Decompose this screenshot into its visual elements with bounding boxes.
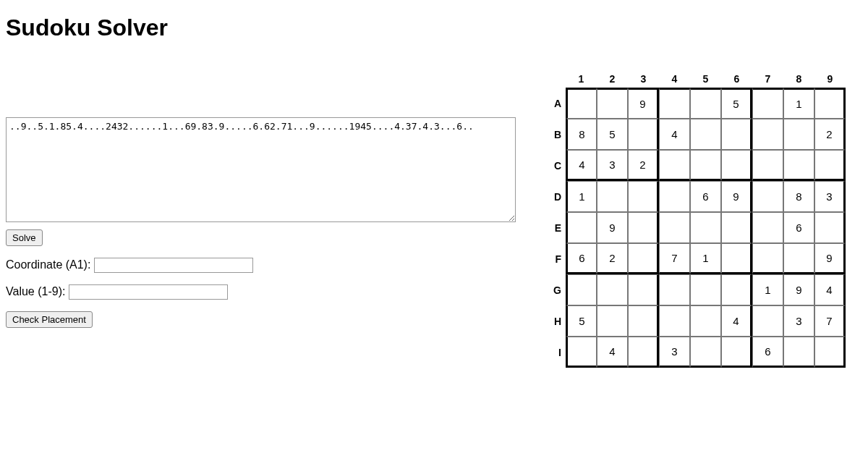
cell-I9[interactable] (814, 337, 846, 368)
row-header-H: H (548, 305, 566, 337)
cell-G3[interactable] (628, 274, 659, 305)
row-header-A: A (548, 88, 566, 119)
cell-H6[interactable]: 4 (721, 305, 752, 337)
cell-G4[interactable] (659, 274, 690, 305)
coordinate-input[interactable] (94, 258, 253, 273)
value-label: Value (1-9): (6, 285, 65, 297)
value-input[interactable] (69, 284, 228, 300)
cell-E3[interactable] (628, 212, 659, 243)
cell-F2[interactable]: 2 (597, 243, 628, 274)
cell-A4[interactable] (659, 88, 690, 119)
cell-D6[interactable]: 9 (721, 181, 752, 212)
cell-C4[interactable] (659, 150, 690, 181)
cell-A7[interactable] (752, 88, 783, 119)
cell-C9[interactable] (814, 150, 846, 181)
cell-E2[interactable]: 9 (597, 212, 628, 243)
row-header-I: I (548, 337, 566, 368)
cell-H1[interactable]: 5 (566, 305, 597, 337)
solve-button[interactable]: Solve (6, 229, 43, 246)
cell-H2[interactable] (597, 305, 628, 337)
cell-H9[interactable]: 7 (814, 305, 846, 337)
cell-I2[interactable]: 4 (597, 337, 628, 368)
cell-A8[interactable]: 1 (783, 88, 814, 119)
cell-F9[interactable]: 9 (814, 243, 846, 274)
cell-G1[interactable] (566, 274, 597, 305)
cell-B4[interactable]: 4 (659, 119, 690, 150)
coordinate-label: Coordinate (A1): (6, 258, 90, 271)
col-header-9: 9 (814, 70, 846, 88)
cell-D5[interactable]: 6 (690, 181, 721, 212)
cell-A6[interactable]: 5 (721, 88, 752, 119)
cell-B6[interactable] (721, 119, 752, 150)
cell-E4[interactable] (659, 212, 690, 243)
cell-B7[interactable] (752, 119, 783, 150)
col-header-6: 6 (721, 70, 752, 88)
cell-H8[interactable]: 3 (783, 305, 814, 337)
cell-H4[interactable] (659, 305, 690, 337)
cell-D9[interactable]: 3 (814, 181, 846, 212)
check-placement-button[interactable]: Check Placement (6, 311, 93, 328)
cell-F4[interactable]: 7 (659, 243, 690, 274)
cell-E5[interactable] (690, 212, 721, 243)
cell-F5[interactable]: 1 (690, 243, 721, 274)
cell-E6[interactable] (721, 212, 752, 243)
cell-I5[interactable] (690, 337, 721, 368)
cell-H7[interactable] (752, 305, 783, 337)
page-title: Sudoku Solver (6, 14, 862, 41)
row-header-D: D (548, 181, 566, 212)
cell-C7[interactable] (752, 150, 783, 181)
col-header-3: 3 (628, 70, 659, 88)
cell-C8[interactable] (783, 150, 814, 181)
cell-G5[interactable] (690, 274, 721, 305)
cell-G6[interactable] (721, 274, 752, 305)
cell-B9[interactable]: 2 (814, 119, 846, 150)
cell-E7[interactable] (752, 212, 783, 243)
cell-F6[interactable] (721, 243, 752, 274)
cell-A9[interactable] (814, 88, 846, 119)
cell-D4[interactable] (659, 181, 690, 212)
cell-D1[interactable]: 1 (566, 181, 597, 212)
cell-G2[interactable] (597, 274, 628, 305)
puzzle-input[interactable] (6, 117, 516, 222)
row-header-E: E (548, 212, 566, 243)
cell-B3[interactable] (628, 119, 659, 150)
cell-E9[interactable] (814, 212, 846, 243)
cell-D8[interactable]: 8 (783, 181, 814, 212)
cell-I1[interactable] (566, 337, 597, 368)
cell-G8[interactable]: 9 (783, 274, 814, 305)
cell-C1[interactable]: 4 (566, 150, 597, 181)
cell-A5[interactable] (690, 88, 721, 119)
cell-D2[interactable] (597, 181, 628, 212)
cell-B8[interactable] (783, 119, 814, 150)
cell-I7[interactable]: 6 (752, 337, 783, 368)
cell-A3[interactable]: 9 (628, 88, 659, 119)
cell-B2[interactable]: 5 (597, 119, 628, 150)
cell-F7[interactable] (752, 243, 783, 274)
cell-F1[interactable]: 6 (566, 243, 597, 274)
cell-F3[interactable] (628, 243, 659, 274)
cell-A1[interactable] (566, 88, 597, 119)
cell-D3[interactable] (628, 181, 659, 212)
cell-H5[interactable] (690, 305, 721, 337)
cell-B1[interactable]: 8 (566, 119, 597, 150)
cell-C3[interactable]: 2 (628, 150, 659, 181)
cell-I3[interactable] (628, 337, 659, 368)
cell-E8[interactable]: 6 (783, 212, 814, 243)
col-header-4: 4 (659, 70, 690, 88)
cell-G7[interactable]: 1 (752, 274, 783, 305)
cell-F8[interactable] (783, 243, 814, 274)
cell-G9[interactable]: 4 (814, 274, 846, 305)
cell-C2[interactable]: 3 (597, 150, 628, 181)
cell-C5[interactable] (690, 150, 721, 181)
cell-I8[interactable] (783, 337, 814, 368)
cell-A2[interactable] (597, 88, 628, 119)
cell-E1[interactable] (566, 212, 597, 243)
cell-H3[interactable] (628, 305, 659, 337)
row-header-C: C (548, 150, 566, 181)
cell-I6[interactable] (721, 337, 752, 368)
cell-B5[interactable] (690, 119, 721, 150)
cell-I4[interactable]: 3 (659, 337, 690, 368)
row-header-G: G (548, 274, 566, 305)
cell-D7[interactable] (752, 181, 783, 212)
cell-C6[interactable] (721, 150, 752, 181)
